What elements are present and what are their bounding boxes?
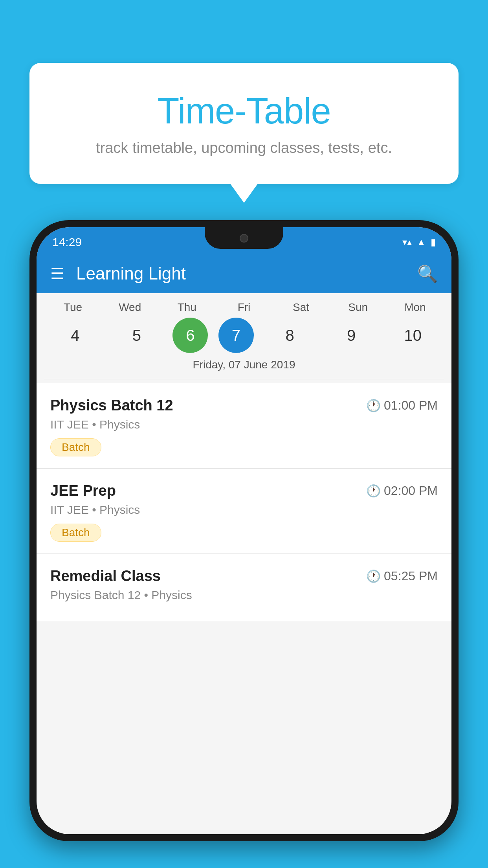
schedule-item-3-time: 🕐 05:25 PM	[366, 569, 438, 583]
clock-icon-1: 🕐	[366, 399, 381, 412]
battery-icon: ▮	[431, 237, 436, 248]
day-9[interactable]: 9	[326, 318, 377, 353]
clock-icon-3: 🕐	[366, 569, 381, 583]
day-headers: Tue Wed Thu Fri Sat Sun Mon	[44, 301, 444, 314]
bubble-subtitle: track timetable, upcoming classes, tests…	[53, 140, 435, 156]
day-5[interactable]: 5	[111, 318, 162, 353]
schedule-item-2[interactable]: JEE Prep 🕐 02:00 PM IIT JEE • Physics Ba…	[37, 469, 451, 554]
schedule-item-1-badge: Batch	[50, 438, 101, 456]
day-header-wed: Wed	[105, 301, 156, 314]
schedule-item-1-name: Physics Batch 12	[50, 397, 173, 414]
day-header-tue: Tue	[48, 301, 99, 314]
day-4[interactable]: 4	[50, 318, 101, 353]
schedule-item-1[interactable]: Physics Batch 12 🕐 01:00 PM IIT JEE • Ph…	[37, 383, 451, 469]
schedule-item-2-time: 🕐 02:00 PM	[366, 484, 438, 498]
speech-bubble: Time-Table track timetable, upcoming cla…	[29, 63, 459, 184]
selected-date: Friday, 07 June 2019	[44, 353, 444, 379]
day-8[interactable]: 8	[264, 318, 316, 353]
status-icons: ▾▴ ▲ ▮	[402, 237, 436, 248]
intro-section: Time-Table track timetable, upcoming cla…	[29, 63, 459, 184]
day-header-sun: Sun	[332, 301, 383, 314]
front-camera	[240, 234, 248, 243]
day-6-today[interactable]: 6	[172, 318, 208, 353]
search-icon[interactable]: 🔍	[417, 264, 438, 283]
hamburger-icon[interactable]: ☰	[50, 265, 64, 283]
bubble-title: Time-Table	[53, 90, 435, 132]
schedule-item-3-header: Remedial Class 🕐 05:25 PM	[50, 568, 438, 585]
app-bar: ☰ Learning Light 🔍	[37, 254, 451, 293]
day-header-thu: Thu	[161, 301, 213, 314]
schedule-item-2-name: JEE Prep	[50, 482, 116, 499]
schedule-item-3-name: Remedial Class	[50, 568, 161, 585]
wifi-icon: ▾▴	[402, 237, 412, 248]
calendar-week: Tue Wed Thu Fri Sat Sun Mon 4 5 6 7 8 9 …	[37, 293, 451, 383]
app-title: Learning Light	[76, 264, 417, 283]
schedule-item-1-subtitle: IIT JEE • Physics	[50, 418, 438, 431]
day-header-fri: Fri	[218, 301, 270, 314]
schedule-item-1-header: Physics Batch 12 🕐 01:00 PM	[50, 397, 438, 414]
day-10[interactable]: 10	[387, 318, 438, 353]
day-7-selected[interactable]: 7	[218, 318, 254, 353]
schedule-item-2-header: JEE Prep 🕐 02:00 PM	[50, 482, 438, 499]
phone-frame: 14:29 ▾▴ ▲ ▮ ☰ Learning Light 🔍 Tue Wed …	[29, 220, 459, 841]
day-header-mon: Mon	[389, 301, 440, 314]
schedule-list: Physics Batch 12 🕐 01:00 PM IIT JEE • Ph…	[37, 383, 451, 621]
schedule-item-2-badge: Batch	[50, 524, 101, 542]
phone-notch	[205, 227, 283, 249]
status-time: 14:29	[52, 235, 82, 249]
clock-icon-2: 🕐	[366, 484, 381, 498]
day-numbers: 4 5 6 7 8 9 10	[44, 318, 444, 353]
signal-icon: ▲	[416, 237, 426, 248]
schedule-item-1-time: 🕐 01:00 PM	[366, 398, 438, 413]
day-header-sat: Sat	[275, 301, 327, 314]
schedule-item-3[interactable]: Remedial Class 🕐 05:25 PM Physics Batch …	[37, 554, 451, 621]
phone-mockup: 14:29 ▾▴ ▲ ▮ ☰ Learning Light 🔍 Tue Wed …	[29, 220, 459, 868]
schedule-item-3-subtitle: Physics Batch 12 • Physics	[50, 588, 438, 602]
schedule-item-2-subtitle: IIT JEE • Physics	[50, 503, 438, 517]
phone-screen: 14:29 ▾▴ ▲ ▮ ☰ Learning Light 🔍 Tue Wed …	[37, 227, 451, 834]
